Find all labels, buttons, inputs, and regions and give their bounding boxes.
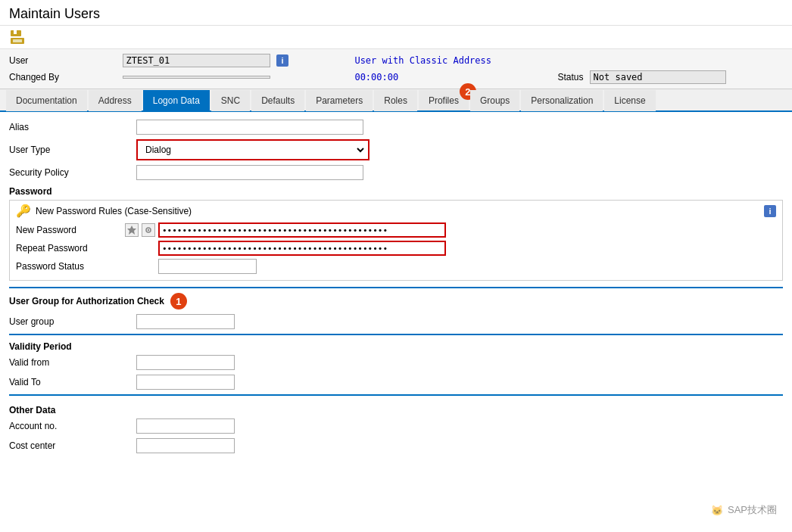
other-data-header: Other Data bbox=[9, 405, 783, 415]
user-label: User bbox=[9, 55, 117, 66]
tab-bar: Documentation Address Logon Data SNC Def… bbox=[0, 89, 792, 112]
security-policy-label: Security Policy bbox=[9, 167, 130, 178]
valid-from-row: Valid from bbox=[9, 355, 783, 370]
tab-logon-data[interactable]: Logon Data bbox=[143, 90, 210, 111]
user-group-section-header: User Group for Authorization Check 1 bbox=[9, 293, 783, 310]
alias-row: Alias bbox=[9, 120, 783, 135]
password-status-row: Password Status bbox=[16, 259, 776, 274]
cost-center-input[interactable] bbox=[136, 438, 235, 453]
user-type-container: Dialog System Communication Service Refe… bbox=[136, 139, 369, 160]
repeat-password-row: Repeat Password bbox=[16, 241, 776, 256]
status-value: Not saved bbox=[590, 70, 726, 84]
svg-rect-1 bbox=[14, 30, 17, 34]
page-title: Maintain Users bbox=[9, 6, 100, 21]
user-desc: User with Classic Address bbox=[351, 54, 551, 67]
validity-section: Validity Period Valid from Valid To bbox=[9, 341, 783, 390]
user-type-row: User Type Dialog System Communication Se… bbox=[9, 139, 783, 160]
password-section-header: Password bbox=[9, 186, 783, 197]
divider-1 bbox=[9, 287, 783, 288]
tab-documentation[interactable]: Documentation bbox=[6, 90, 87, 111]
cost-center-row: Cost center bbox=[9, 438, 783, 453]
security-policy-row: Security Policy bbox=[9, 165, 783, 180]
tab-defaults[interactable]: Defaults bbox=[251, 90, 304, 111]
user-group-row: User group bbox=[9, 314, 783, 329]
password-status-label: Password Status bbox=[16, 261, 122, 272]
valid-from-input[interactable] bbox=[136, 355, 235, 370]
password-header-left: 🔑 New Password Rules (Case-Sensitive) bbox=[16, 204, 192, 218]
user-group-section-label: User Group for Authorization Check bbox=[9, 296, 164, 306]
pw-action-icon-2[interactable] bbox=[142, 223, 155, 237]
key-icon: 🔑 bbox=[16, 204, 31, 218]
divider-3 bbox=[9, 394, 783, 396]
divider-2 bbox=[9, 334, 783, 335]
security-policy-input[interactable] bbox=[136, 165, 363, 180]
svg-point-5 bbox=[148, 229, 149, 231]
valid-to-label: Valid To bbox=[9, 377, 130, 387]
tab-snc[interactable]: SNC bbox=[211, 90, 250, 111]
tab-roles[interactable]: Roles bbox=[374, 90, 417, 111]
user-type-label: User Type bbox=[9, 145, 130, 155]
tab-personalization[interactable]: Personalization bbox=[521, 90, 603, 111]
password-header: 🔑 New Password Rules (Case-Sensitive) i bbox=[16, 204, 776, 218]
svg-rect-3 bbox=[13, 39, 22, 42]
time-value: 00:00:00 bbox=[351, 71, 551, 83]
user-value: ZTEST_01 bbox=[123, 54, 270, 67]
account-no-input[interactable] bbox=[136, 418, 235, 434]
tab-groups[interactable]: Groups bbox=[470, 90, 519, 111]
user-group-section: User Group for Authorization Check 1 Use… bbox=[9, 293, 783, 329]
tab-license[interactable]: License bbox=[604, 90, 655, 111]
password-section: Password 🔑 New Password Rules (Case-Sens… bbox=[9, 186, 783, 281]
save-icon[interactable] bbox=[9, 29, 26, 45]
badge-1-wrapper: 1 bbox=[170, 293, 187, 310]
tab-parameters[interactable]: Parameters bbox=[306, 90, 373, 111]
tab-address[interactable]: Address bbox=[89, 90, 142, 111]
password-box: 🔑 New Password Rules (Case-Sensitive) i … bbox=[9, 200, 783, 281]
password-info-icon[interactable]: i bbox=[764, 205, 776, 217]
password-status-input[interactable] bbox=[158, 259, 257, 274]
user-group-input[interactable] bbox=[136, 314, 235, 329]
changed-by-label: Changed By bbox=[9, 72, 117, 82]
changed-by-value bbox=[123, 76, 270, 79]
status-label: Status bbox=[558, 72, 584, 82]
valid-from-label: Valid from bbox=[9, 357, 130, 368]
tab-profiles-wrapper: Profiles 2 bbox=[419, 89, 469, 110]
password-rules-label: New Password Rules (Case-Sensitive) bbox=[36, 206, 192, 216]
alias-label: Alias bbox=[9, 122, 130, 132]
valid-to-row: Valid To bbox=[9, 375, 783, 390]
repeat-password-input[interactable] bbox=[158, 241, 446, 256]
info-icon[interactable]: i bbox=[276, 54, 288, 67]
other-data-section: Other Data Account no. Cost center bbox=[9, 405, 783, 453]
cost-center-label: Cost center bbox=[9, 440, 130, 451]
toolbar bbox=[0, 26, 792, 49]
user-type-select[interactable]: Dialog System Communication Service Refe… bbox=[139, 142, 366, 158]
account-no-row: Account no. bbox=[9, 418, 783, 434]
user-group-badge: 1 bbox=[170, 293, 187, 310]
header-section: User ZTEST_01 i User with Classic Addres… bbox=[0, 49, 792, 89]
validity-section-header: Validity Period bbox=[9, 341, 783, 352]
repeat-password-label: Repeat Password bbox=[16, 243, 122, 254]
user-group-label: User group bbox=[9, 316, 130, 327]
title-bar: Maintain Users bbox=[0, 0, 792, 26]
new-password-row: New Password bbox=[16, 222, 776, 238]
alias-input[interactable] bbox=[136, 120, 363, 135]
new-password-input[interactable] bbox=[158, 222, 446, 238]
account-no-label: Account no. bbox=[9, 421, 130, 431]
content-area: Alias User Type Dialog System Communicat… bbox=[0, 112, 792, 465]
pw-action-icon-1[interactable] bbox=[125, 223, 139, 237]
new-password-label: New Password bbox=[16, 225, 122, 235]
valid-to-input[interactable] bbox=[136, 375, 235, 390]
